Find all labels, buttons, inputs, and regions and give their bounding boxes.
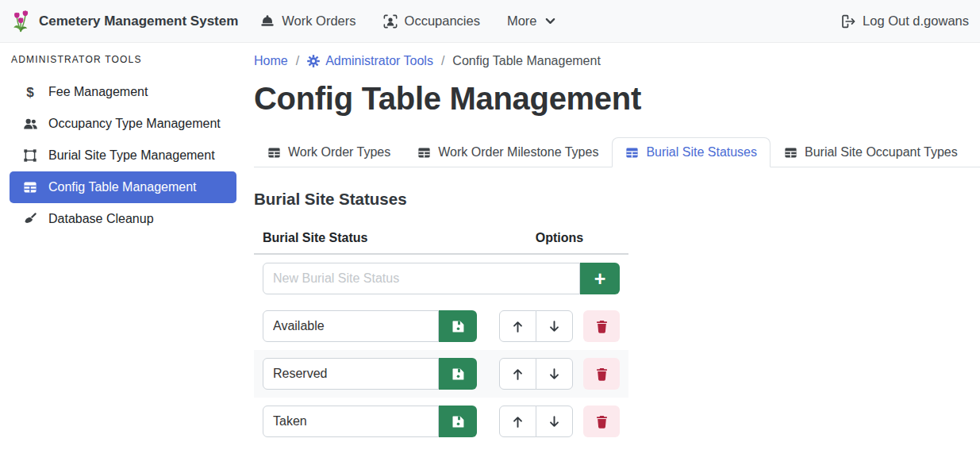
breadcrumb: Home / bbox=[254, 54, 980, 68]
new-status-input-group: + bbox=[263, 263, 620, 294]
delete-button[interactable] bbox=[583, 406, 620, 437]
delete-button[interactable] bbox=[583, 358, 620, 390]
table-icon bbox=[22, 180, 38, 194]
sidebar-section-label: ADMINISTRATOR TOOLS bbox=[10, 54, 236, 65]
status-input[interactable] bbox=[263, 406, 439, 437]
nav-item-label: More bbox=[507, 13, 537, 29]
arrow-up-icon bbox=[511, 367, 525, 381]
table-header-row: Burial Site Status Options bbox=[254, 225, 628, 254]
breadcrumb-current: Config Table Management bbox=[452, 54, 601, 68]
table-icon bbox=[784, 146, 797, 160]
new-status-input[interactable] bbox=[263, 263, 580, 294]
column-header-burial-site-status: Burial Site Status bbox=[254, 225, 490, 254]
move-down-button[interactable] bbox=[536, 310, 573, 342]
save-button[interactable] bbox=[439, 310, 477, 342]
page-title: Config Table Management bbox=[254, 81, 980, 117]
column-header-options: Options bbox=[490, 225, 628, 254]
logout-button[interactable]: Log Out d.gowans bbox=[841, 13, 969, 29]
move-down-button[interactable] bbox=[536, 358, 573, 390]
tab-burial-site-statuses[interactable]: Burial Site Statuses bbox=[612, 137, 771, 167]
main-content: Home / bbox=[246, 43, 980, 469]
sidebar: ADMINISTRATOR TOOLS $ Fee Management Occ… bbox=[0, 43, 246, 469]
arrow-down-icon bbox=[548, 415, 561, 429]
sidebar-item-burial-site-type-management[interactable]: Burial Site Type Management bbox=[10, 140, 236, 171]
brand-title: Cemetery Management System bbox=[39, 13, 238, 29]
logout-label: Log Out d.gowans bbox=[863, 13, 969, 29]
save-icon bbox=[452, 320, 465, 333]
reorder-group bbox=[499, 406, 573, 437]
sidebar-item-database-cleanup[interactable]: Database Cleanup bbox=[10, 203, 236, 235]
add-status-button[interactable]: + bbox=[580, 263, 620, 294]
bounding-box-icon bbox=[22, 148, 38, 163]
sidebar-item-config-table-management[interactable]: Config Table Management bbox=[10, 171, 236, 203]
row-options bbox=[499, 310, 620, 342]
tab-label: Work Order Types bbox=[288, 145, 390, 160]
logout-icon bbox=[841, 14, 855, 29]
status-input-group bbox=[263, 358, 477, 390]
arrow-down-icon bbox=[548, 320, 561, 333]
move-up-button[interactable] bbox=[499, 406, 536, 437]
chevron-down-icon bbox=[544, 15, 556, 27]
broom-icon bbox=[22, 212, 38, 226]
reorder-group bbox=[499, 310, 573, 342]
sidebar-item-label: Database Cleanup bbox=[48, 212, 154, 226]
nav-item-occupancies[interactable]: Occupancies bbox=[383, 13, 480, 29]
save-button[interactable] bbox=[439, 358, 477, 390]
sidebar-item-label: Occupancy Type Management bbox=[48, 117, 221, 131]
tab-work-order-types[interactable]: Work Order Types bbox=[254, 137, 404, 167]
save-button[interactable] bbox=[439, 406, 477, 437]
nav-item-label: Occupancies bbox=[405, 13, 480, 29]
row-options bbox=[499, 358, 620, 390]
save-icon bbox=[452, 367, 465, 381]
top-navbar: Cemetery Management System Work Orders bbox=[0, 0, 980, 43]
table-icon bbox=[417, 146, 431, 160]
arrow-up-icon bbox=[511, 415, 525, 429]
move-up-button[interactable] bbox=[499, 310, 536, 342]
tab-burial-site-occupant-types[interactable]: Burial Site Occupant Types bbox=[771, 137, 971, 167]
burial-site-status-table: Burial Site Status Options + bbox=[254, 225, 628, 445]
row-options bbox=[499, 406, 620, 437]
tulips-logo-icon bbox=[11, 9, 32, 34]
tab-label: Burial Site Occupant Types bbox=[805, 145, 958, 160]
trash-icon bbox=[595, 320, 609, 333]
nav-links: Work Orders Occupancies bbox=[260, 13, 555, 29]
sidebar-item-fee-management[interactable]: $ Fee Management bbox=[10, 76, 236, 108]
nav-item-label: Work Orders bbox=[282, 13, 355, 29]
hard-hat-icon bbox=[260, 14, 275, 29]
breadcrumb-home[interactable]: Home bbox=[254, 54, 288, 68]
table-icon bbox=[267, 146, 281, 160]
arrow-down-icon bbox=[548, 367, 561, 381]
nav-item-work-orders[interactable]: Work Orders bbox=[260, 13, 355, 29]
new-status-row: + bbox=[254, 254, 628, 302]
save-icon bbox=[452, 415, 465, 429]
breadcrumb-separator: / bbox=[433, 54, 452, 68]
tab-label: Burial Site Statuses bbox=[646, 145, 757, 160]
trash-icon bbox=[595, 415, 609, 429]
trash-icon bbox=[595, 367, 609, 381]
table-row bbox=[254, 350, 628, 398]
people-icon bbox=[22, 117, 38, 132]
breadcrumb-separator: / bbox=[288, 54, 307, 68]
status-input-group bbox=[263, 310, 477, 342]
move-up-button[interactable] bbox=[499, 358, 536, 390]
breadcrumb-administrator-tools[interactable]: Administrator Tools bbox=[307, 54, 433, 68]
sidebar-item-label: Config Table Management bbox=[48, 180, 197, 194]
sidebar-item-label: Burial Site Type Management bbox=[48, 148, 215, 163]
sidebar-item-label: Fee Management bbox=[48, 85, 148, 99]
delete-button[interactable] bbox=[583, 310, 620, 342]
status-input[interactable] bbox=[263, 310, 439, 342]
arrow-up-icon bbox=[511, 320, 525, 333]
breadcrumb-label: Home bbox=[254, 54, 288, 68]
status-input-group bbox=[263, 406, 477, 437]
dollar-icon: $ bbox=[22, 86, 38, 99]
nav-item-more[interactable]: More bbox=[507, 13, 556, 29]
section-heading: Burial Site Statuses bbox=[254, 190, 980, 209]
move-down-button[interactable] bbox=[536, 406, 573, 437]
reorder-group bbox=[499, 358, 573, 390]
status-input[interactable] bbox=[263, 358, 439, 390]
tab-work-order-milestone-types[interactable]: Work Order Milestone Types bbox=[404, 137, 612, 167]
breadcrumb-label: Administrator Tools bbox=[325, 54, 433, 68]
brand[interactable]: Cemetery Management System bbox=[11, 9, 238, 34]
sidebar-item-occupancy-type-management[interactable]: Occupancy Type Management bbox=[10, 108, 236, 140]
tab-label: Work Order Milestone Types bbox=[438, 145, 598, 160]
